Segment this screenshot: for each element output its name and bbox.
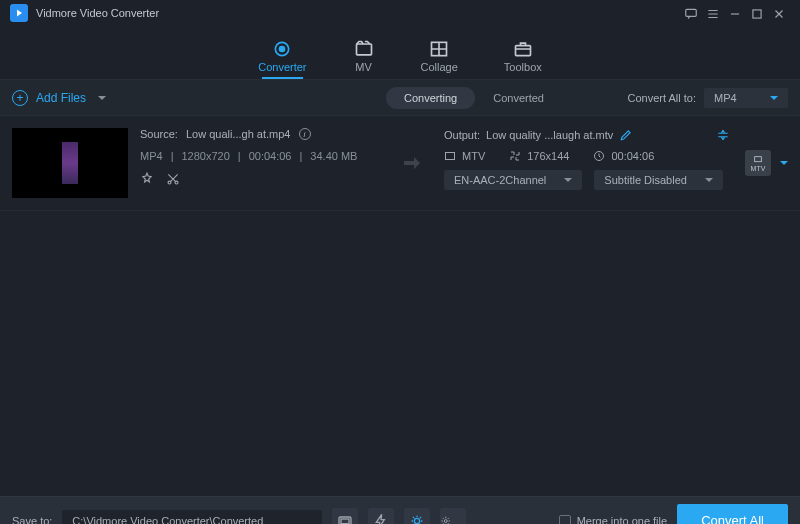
subtitle-value: Subtitle Disabled	[604, 174, 687, 186]
chevron-down-icon	[705, 178, 713, 182]
nav-collage[interactable]: Collage	[421, 39, 458, 79]
convert-all-dropdown[interactable]: MP4	[704, 88, 788, 108]
tab-converted[interactable]: Converted	[475, 87, 562, 109]
checkbox-icon	[559, 515, 571, 525]
menu-icon[interactable]	[702, 5, 724, 21]
converter-icon	[271, 39, 293, 59]
source-prefix: Source:	[140, 128, 178, 140]
open-folder-button[interactable]	[332, 508, 358, 525]
split-icon[interactable]	[716, 128, 730, 142]
svg-point-3	[280, 47, 285, 52]
main-nav: Converter MV Collage Toolbox	[0, 26, 800, 80]
convert-all-button[interactable]: Convert All	[677, 504, 788, 524]
toolbox-icon	[512, 39, 534, 59]
svg-rect-4	[356, 44, 371, 55]
chevron-down-icon	[770, 96, 778, 100]
save-path-dropdown[interactable]: C:\Vidmore Video Converter\Converted	[62, 510, 322, 525]
source-meta: Source: Low quali...gh at.mp4 i MP4 | 12…	[140, 128, 380, 198]
plus-icon: +	[12, 90, 28, 106]
output-meta: Output: Low quality ...laugh at.mtv MTV …	[444, 128, 730, 198]
footer: Save to: C:\Vidmore Video Converter\Conv…	[0, 496, 800, 524]
svg-rect-9	[446, 153, 455, 160]
nav-label: Converter	[258, 61, 306, 73]
collage-icon	[428, 39, 450, 59]
minimize-button[interactable]	[724, 5, 746, 21]
svg-rect-1	[753, 10, 761, 18]
nav-converter[interactable]: Converter	[258, 39, 306, 79]
source-duration: 00:04:06	[249, 150, 292, 162]
tab-converting[interactable]: Converting	[386, 87, 475, 109]
output-duration: 00:04:06	[611, 150, 654, 162]
audio-select[interactable]: EN-AAC-2Channel	[444, 170, 582, 190]
format-badge: MTV	[745, 150, 771, 176]
info-icon[interactable]: i	[299, 128, 311, 140]
settings-button[interactable]	[440, 508, 466, 525]
chevron-down-icon	[780, 161, 788, 165]
maximize-button[interactable]	[746, 5, 768, 21]
chevron-down-icon	[98, 96, 106, 100]
svg-point-8	[175, 181, 178, 184]
add-files-label: Add Files	[36, 91, 86, 105]
status-tabs: Converting Converted	[386, 87, 562, 109]
output-prefix: Output:	[444, 129, 480, 141]
source-resolution: 1280x720	[181, 150, 229, 162]
high-speed-button[interactable]	[404, 508, 430, 525]
titlebar: Vidmore Video Converter	[0, 0, 800, 26]
svg-point-7	[168, 181, 171, 184]
nav-label: Toolbox	[504, 61, 542, 73]
merge-label: Merge into one file	[577, 515, 668, 525]
arrow-icon	[392, 128, 432, 198]
source-filename: Low quali...gh at.mp4	[186, 128, 291, 140]
subtitle-select[interactable]: Subtitle Disabled	[594, 170, 723, 190]
svg-point-14	[415, 518, 420, 523]
file-row: Source: Low quali...gh at.mp4 i MP4 | 12…	[0, 116, 800, 211]
svg-rect-13	[341, 519, 349, 524]
video-thumbnail[interactable]	[12, 128, 128, 198]
mv-icon	[353, 39, 375, 59]
source-size: 34.40 MB	[310, 150, 357, 162]
nav-label: Collage	[421, 61, 458, 73]
gpu-toggle-button[interactable]	[368, 508, 394, 525]
toolbar: + Add Files Converting Converted Convert…	[0, 80, 800, 116]
output-filename: Low quality ...laugh at.mtv	[486, 129, 613, 141]
convert-all-label: Convert All to:	[628, 92, 696, 104]
svg-rect-6	[515, 46, 530, 56]
save-path-value: C:\Vidmore Video Converter\Converted	[72, 515, 263, 525]
svg-rect-11	[755, 156, 762, 161]
app-title: Vidmore Video Converter	[36, 7, 159, 19]
convert-all-group: Convert All to: MP4	[628, 88, 788, 108]
chevron-down-icon	[564, 178, 572, 182]
source-format: MP4	[140, 150, 163, 162]
output-resolution: 176x144	[527, 150, 569, 162]
nav-toolbox[interactable]: Toolbox	[504, 39, 542, 79]
cut-icon[interactable]	[166, 172, 180, 186]
save-to-label: Save to:	[12, 515, 52, 525]
output-format: MTV	[462, 150, 485, 162]
app-logo	[10, 4, 28, 22]
audio-value: EN-AAC-2Channel	[454, 174, 546, 186]
chevron-down-icon	[455, 513, 467, 525]
svg-rect-0	[686, 9, 697, 16]
close-button[interactable]	[768, 5, 790, 21]
nav-mv[interactable]: MV	[353, 39, 375, 79]
merge-checkbox[interactable]: Merge into one file	[559, 515, 668, 525]
edit-icon[interactable]	[619, 128, 633, 142]
effects-icon[interactable]	[140, 172, 154, 186]
convert-all-value: MP4	[714, 92, 737, 104]
add-files-button[interactable]: + Add Files	[12, 90, 106, 106]
svg-point-15	[445, 519, 448, 522]
output-format-picker[interactable]: MTV	[742, 128, 788, 198]
nav-label: MV	[355, 61, 372, 73]
feedback-icon[interactable]	[680, 5, 702, 21]
file-list: Source: Low quali...gh at.mp4 i MP4 | 12…	[0, 116, 800, 496]
